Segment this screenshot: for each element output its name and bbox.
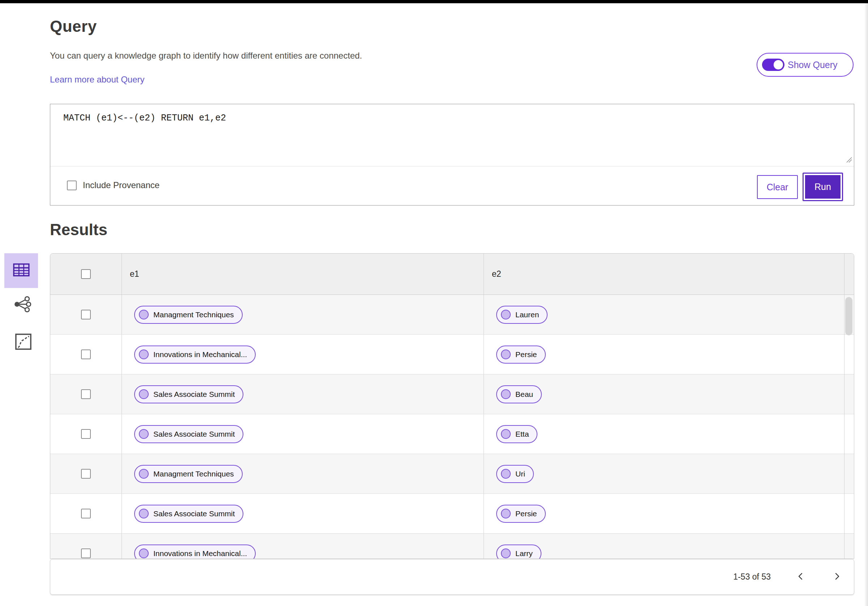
table-header-row: e1 e2 (50, 253, 854, 295)
row-checkbox-cell (50, 374, 121, 414)
query-editor[interactable]: MATCH (e1)<--(e2) RETURN e1,e2 (50, 104, 854, 166)
entity-pill[interactable]: Uri (496, 465, 534, 483)
query-footer: Include Provenance Clear Run (50, 166, 854, 205)
cell-e2: Lauren (484, 295, 844, 334)
entity-pill[interactable]: Sales Associate Summit (134, 425, 243, 443)
cell-e2: Persie (484, 335, 844, 374)
page-title: Query (50, 17, 97, 36)
entity-node-icon (139, 350, 149, 359)
entity-label: Managment Techniques (153, 469, 234, 478)
row-checkbox[interactable] (81, 469, 91, 479)
query-description: You can query a knowledge graph to ident… (50, 51, 362, 61)
entity-label: Sales Associate Summit (153, 390, 235, 399)
row-checkbox-cell (50, 414, 121, 454)
table-view-icon (13, 263, 29, 278)
cell-e1: Sales Associate Summit (121, 414, 484, 454)
entity-pill[interactable]: Etta (496, 425, 538, 443)
window-right-edge (865, 3, 868, 606)
cell-e1: Sales Associate Summit (121, 374, 484, 414)
include-provenance-checkbox[interactable] (67, 180, 77, 190)
show-query-label: Show Query (788, 60, 838, 70)
scrollbar-track (844, 253, 845, 559)
cell-e1: Sales Associate Summit (121, 494, 484, 533)
row-checkbox[interactable] (81, 549, 91, 558)
cell-e1: Innovations in Mechanical... (121, 335, 484, 374)
learn-more-link[interactable]: Learn more about Query (50, 75, 144, 85)
run-button[interactable]: Run (803, 172, 843, 201)
view-button-table[interactable] (4, 253, 38, 288)
entity-label: Innovations in Mechanical... (153, 549, 247, 558)
query-text[interactable]: MATCH (e1)<--(e2) RETURN e1,e2 (63, 113, 226, 123)
entity-pill[interactable]: Beau (496, 385, 542, 403)
row-checkbox-cell (50, 454, 121, 494)
header-checkbox-cell (50, 253, 121, 295)
entity-pill[interactable]: Lauren (496, 306, 547, 324)
entity-pill[interactable]: Sales Associate Summit (134, 385, 243, 403)
view-button-chart[interactable] (12, 331, 34, 353)
entity-pill[interactable]: Sales Associate Summit (134, 505, 243, 523)
cell-e1: Managment Techniques (121, 454, 484, 494)
next-page-button[interactable] (830, 570, 845, 584)
previous-page-button[interactable] (793, 570, 808, 584)
entity-pill[interactable]: Managment Techniques (134, 306, 243, 324)
table-row: Sales Associate Summit Etta (50, 414, 854, 454)
row-checkbox-cell (50, 494, 121, 533)
entity-pill[interactable]: Innovations in Mechanical... (134, 544, 256, 559)
entity-node-icon (501, 389, 511, 399)
entity-label: Sales Associate Summit (153, 510, 235, 518)
entity-node-icon (501, 549, 511, 558)
row-checkbox-cell (50, 534, 121, 559)
entity-pill[interactable]: Persie (496, 345, 546, 364)
entity-label: Sales Associate Summit (153, 430, 235, 438)
entity-pill[interactable]: Persie (496, 505, 546, 523)
include-provenance-label: Include Provenance (83, 180, 160, 190)
entity-node-icon (501, 469, 511, 479)
select-all-checkbox[interactable] (81, 269, 91, 279)
table-row: Innovations in Mechanical... Larry (50, 534, 854, 559)
table-row: Managment Techniques Uri (50, 454, 854, 494)
row-checkbox[interactable] (81, 350, 91, 359)
entity-node-icon (139, 389, 149, 399)
entity-label: Lauren (515, 311, 539, 319)
pagination-bar: 1-53 of 53 (50, 559, 854, 595)
chevron-right-icon (833, 571, 841, 583)
entity-pill[interactable]: Managment Techniques (134, 465, 243, 483)
row-checkbox-cell (50, 295, 121, 334)
row-checkbox[interactable] (81, 310, 91, 320)
view-button-graph[interactable] (12, 294, 33, 315)
chart-view-icon (15, 333, 32, 351)
entity-label: Persie (515, 510, 537, 518)
entity-node-icon (139, 429, 149, 439)
entity-node-icon (139, 469, 149, 479)
entity-label: Innovations in Mechanical... (153, 350, 247, 359)
entity-node-icon (501, 509, 511, 519)
clear-button[interactable]: Clear (757, 175, 798, 199)
table-row: Managment Techniques Lauren (50, 295, 854, 335)
window-top-edge (0, 0, 868, 3)
table-row: Sales Associate Summit Beau (50, 374, 854, 414)
show-query-toggle[interactable]: Show Query (756, 53, 854, 77)
entity-pill[interactable]: Innovations in Mechanical... (134, 345, 256, 364)
entity-label: Larry (515, 549, 533, 558)
entity-pill[interactable]: Larry (496, 544, 541, 559)
resize-handle-icon[interactable] (846, 156, 852, 164)
entity-label: Etta (515, 430, 529, 438)
entity-label: Beau (515, 390, 533, 399)
row-checkbox[interactable] (81, 389, 91, 399)
row-checkbox[interactable] (81, 509, 91, 519)
header-cell-e1: e1 (121, 253, 484, 295)
row-checkbox[interactable] (81, 429, 91, 439)
entity-label: Uri (515, 469, 525, 478)
results-table: e1 e2 Managment Techniques Lauren (50, 253, 854, 559)
toggle-on-icon[interactable] (762, 59, 784, 71)
column-label-e1: e1 (130, 269, 139, 279)
chevron-left-icon (797, 571, 804, 583)
table-scrollbar[interactable] (845, 297, 852, 336)
row-checkbox-cell (50, 335, 121, 374)
column-label-e2: e2 (492, 269, 501, 279)
cell-e2: Beau (484, 374, 844, 414)
entity-node-icon (139, 549, 149, 558)
table-row: Innovations in Mechanical... Persie (50, 335, 854, 374)
cell-e1: Innovations in Mechanical... (121, 534, 484, 559)
header-cell-e2: e2 (484, 253, 844, 295)
